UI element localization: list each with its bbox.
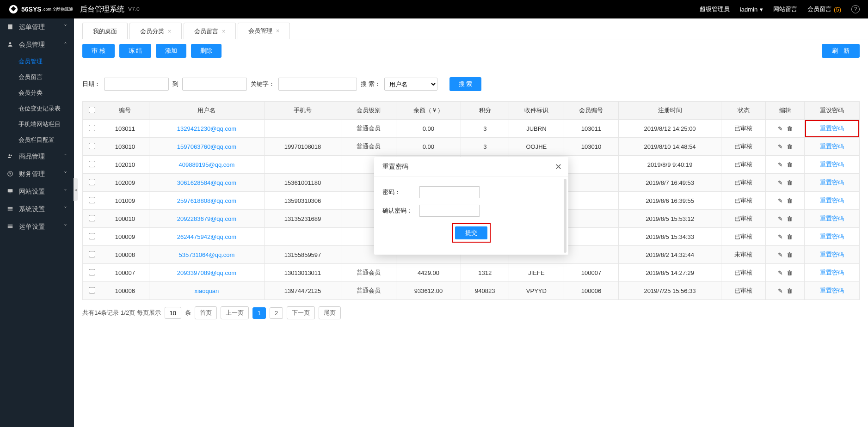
edit-icon[interactable]: ✎ bbox=[778, 251, 783, 258]
delete-icon[interactable]: 🗑 bbox=[787, 233, 793, 240]
tab-3[interactable]: 会员管理× bbox=[238, 23, 290, 39]
delete-icon[interactable]: 🗑 bbox=[787, 143, 793, 150]
pager-page-2[interactable]: 2 bbox=[270, 307, 283, 319]
username-link[interactable]: xiaoquan bbox=[195, 287, 219, 294]
username-link[interactable]: 409889195@qq.com bbox=[179, 161, 234, 168]
row-checkbox[interactable] bbox=[89, 233, 95, 239]
delete-icon[interactable]: 🗑 bbox=[787, 287, 793, 294]
row-checkbox[interactable] bbox=[89, 251, 95, 257]
keyword-input[interactable] bbox=[278, 78, 357, 91]
tab-0[interactable]: 我的桌面 bbox=[82, 23, 128, 39]
nav-sub-item-1[interactable]: 会员留言 bbox=[0, 69, 74, 85]
edit-icon[interactable]: ✎ bbox=[778, 179, 783, 186]
username-link[interactable]: 2597618808@qq.com bbox=[177, 197, 236, 204]
col-7: 收件标识 bbox=[509, 102, 564, 120]
tab-1[interactable]: 会员分类× bbox=[129, 23, 182, 39]
edit-icon[interactable]: ✎ bbox=[778, 143, 783, 150]
audit-button[interactable]: 审 核 bbox=[82, 44, 115, 58]
reset-password-link[interactable]: 重置密码 bbox=[820, 215, 844, 222]
user-menu[interactable]: iadmin▾ bbox=[740, 6, 763, 13]
reset-password-link[interactable]: 重置密码 bbox=[820, 161, 844, 168]
edit-icon[interactable]: ✎ bbox=[778, 215, 783, 222]
edit-icon[interactable]: ✎ bbox=[778, 197, 783, 204]
nav-item-6[interactable]: 运单设置˅ bbox=[0, 218, 74, 236]
reset-password-link[interactable]: 重置密码 bbox=[820, 125, 844, 132]
edit-icon[interactable]: ✎ bbox=[778, 233, 783, 240]
delete-icon[interactable]: 🗑 bbox=[787, 215, 793, 222]
nav-item-1[interactable]: 会员管理˄ bbox=[0, 36, 74, 54]
freeze-button[interactable]: 冻 结 bbox=[119, 44, 152, 58]
reset-password-link[interactable]: 重置密码 bbox=[820, 251, 844, 258]
row-checkbox[interactable] bbox=[89, 161, 95, 167]
username-link[interactable]: 535731064@qq.com bbox=[179, 251, 234, 258]
delete-icon[interactable]: 🗑 bbox=[787, 197, 793, 204]
row-checkbox[interactable] bbox=[89, 143, 95, 149]
row-checkbox[interactable] bbox=[89, 197, 95, 203]
row-checkbox[interactable] bbox=[89, 179, 95, 185]
tab-close-icon[interactable]: × bbox=[222, 28, 225, 35]
nav-sub-item-2[interactable]: 会员分类 bbox=[0, 85, 74, 101]
select-all-checkbox[interactable] bbox=[89, 107, 95, 113]
cell-mno bbox=[564, 210, 619, 228]
nav-sub-item-3[interactable]: 仓位变更记录表 bbox=[0, 101, 74, 116]
date-from-input[interactable] bbox=[104, 78, 169, 91]
username-link[interactable]: 2093397089@qq.com bbox=[177, 269, 236, 276]
nav-item-5[interactable]: 系统设置˅ bbox=[0, 201, 74, 218]
nav-sub-item-0[interactable]: 会员管理 bbox=[0, 54, 74, 69]
pager-last[interactable]: 尾页 bbox=[319, 306, 341, 319]
search-by-select[interactable]: 用户名 bbox=[384, 78, 437, 91]
member-messages-link[interactable]: 会员留言 (5) bbox=[807, 5, 841, 13]
add-button[interactable]: 添加 bbox=[156, 44, 186, 58]
nav-sub-item-4[interactable]: 手机端网站栏目 bbox=[0, 116, 74, 132]
password-input[interactable] bbox=[419, 186, 480, 198]
username-link[interactable]: 2092283679@qq.com bbox=[177, 215, 236, 222]
cell-user: 2624475942@qq.com bbox=[149, 228, 264, 246]
page-size-input[interactable] bbox=[165, 307, 181, 319]
edit-icon[interactable]: ✎ bbox=[778, 125, 783, 132]
reset-password-link[interactable]: 重置密码 bbox=[820, 287, 844, 294]
submit-button[interactable]: 提交 bbox=[455, 226, 487, 239]
modal-close-icon[interactable]: ✕ bbox=[555, 162, 562, 172]
edit-icon[interactable]: ✎ bbox=[778, 161, 783, 168]
tab-2[interactable]: 会员留言× bbox=[184, 23, 236, 39]
username-link[interactable]: 2624475942@qq.com bbox=[177, 233, 236, 240]
row-checkbox[interactable] bbox=[89, 215, 95, 221]
sidebar-collapse-handle[interactable]: ◂ bbox=[74, 178, 78, 201]
edit-icon[interactable]: ✎ bbox=[778, 287, 783, 294]
tab-close-icon[interactable]: × bbox=[276, 28, 279, 34]
nav-item-4[interactable]: 网站设置˅ bbox=[0, 183, 74, 201]
delete-button[interactable]: 删除 bbox=[191, 44, 222, 58]
pager-prev[interactable]: 上一页 bbox=[221, 306, 249, 319]
pager-first[interactable]: 首页 bbox=[195, 306, 217, 319]
delete-icon[interactable]: 🗑 bbox=[787, 251, 793, 258]
row-checkbox[interactable] bbox=[89, 125, 95, 131]
pager-next[interactable]: 下一页 bbox=[287, 306, 315, 319]
nav-item-0[interactable]: 运单管理˅ bbox=[0, 18, 74, 36]
reset-password-link[interactable]: 重置密码 bbox=[820, 269, 844, 276]
refresh-button[interactable]: 刷 新 bbox=[822, 44, 860, 58]
row-checkbox[interactable] bbox=[89, 287, 95, 293]
site-messages-link[interactable]: 网站留言 bbox=[773, 5, 797, 13]
edit-icon[interactable]: ✎ bbox=[778, 269, 783, 276]
delete-icon[interactable]: 🗑 bbox=[787, 179, 793, 186]
date-to-input[interactable] bbox=[182, 78, 247, 91]
help-icon[interactable]: ? bbox=[851, 5, 860, 13]
pager-page-1[interactable]: 1 bbox=[252, 307, 266, 319]
nav-item-2[interactable]: 商品管理˅ bbox=[0, 148, 74, 165]
nav-item-3[interactable]: ¥财务管理˅ bbox=[0, 165, 74, 183]
reset-password-link[interactable]: 重置密码 bbox=[820, 233, 844, 240]
tab-close-icon[interactable]: × bbox=[168, 28, 171, 35]
delete-icon[interactable]: 🗑 bbox=[787, 269, 793, 276]
reset-password-link[interactable]: 重置密码 bbox=[820, 179, 844, 186]
delete-icon[interactable]: 🗑 bbox=[787, 125, 793, 132]
row-checkbox[interactable] bbox=[89, 269, 95, 275]
nav-sub-item-5[interactable]: 会员栏目配置 bbox=[0, 132, 74, 148]
search-button[interactable]: 搜 索 bbox=[449, 77, 482, 91]
username-link[interactable]: 3061628584@qq.com bbox=[177, 179, 236, 186]
confirm-password-input[interactable] bbox=[419, 205, 480, 217]
username-link[interactable]: 1597063760@qq.com bbox=[177, 143, 236, 150]
reset-password-link[interactable]: 重置密码 bbox=[820, 197, 844, 204]
delete-icon[interactable]: 🗑 bbox=[787, 161, 793, 168]
reset-password-link[interactable]: 重置密码 bbox=[820, 143, 844, 150]
username-link[interactable]: 1329421230@qq.com bbox=[177, 125, 236, 132]
